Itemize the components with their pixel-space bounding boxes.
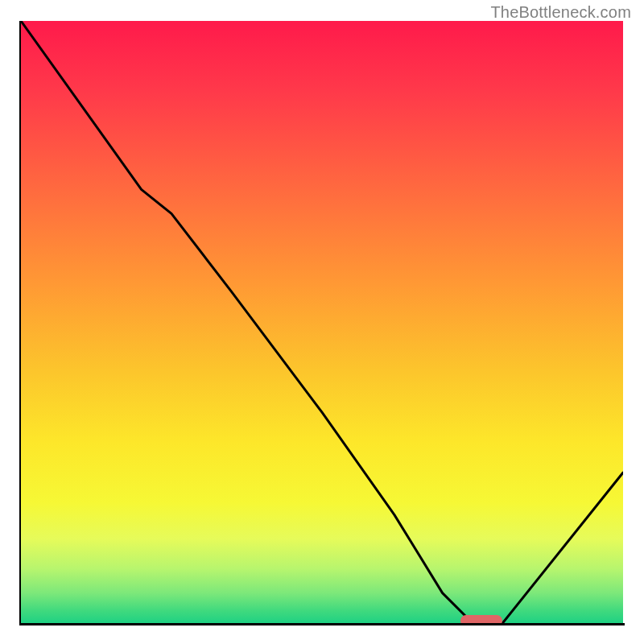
bottleneck-curve-path [21, 21, 623, 623]
plot-area [21, 21, 623, 623]
optimal-marker [460, 615, 502, 623]
x-axis [19, 623, 625, 625]
bottleneck-chart: TheBottleneck.com [0, 0, 644, 644]
watermark-text: TheBottleneck.com [490, 3, 631, 22]
curve-svg [21, 21, 623, 623]
